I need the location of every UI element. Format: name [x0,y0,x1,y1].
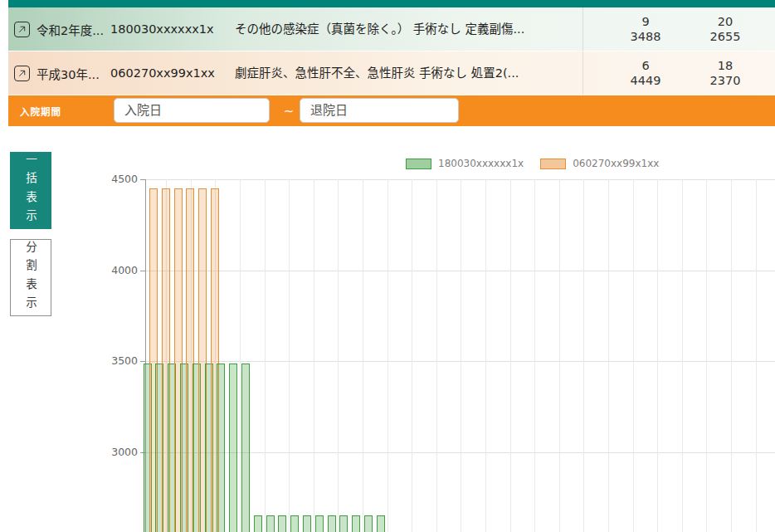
legend-label: 180030xxxxxx1x [438,158,524,169]
y-axis-tick-label: 3500 [100,354,138,367]
bar-green-day-16[interactable] [328,515,336,532]
bar-green-day-15[interactable] [315,515,324,532]
table-row-dpc-2[interactable]: 平成30年... 060270xx99x1xx 劇症肝炎、急性肝不全、急性肝炎 … [8,51,775,95]
legend-swatch-green [406,159,431,169]
v-gridline [363,179,363,532]
v-gridline [756,179,757,532]
v-gridline [412,179,412,532]
row-description: 劇症肝炎、急性肝不全、急性肝炎 手術なし 処置2(... [235,51,577,95]
h-gridline [146,361,775,362]
v-gridline [265,179,266,532]
v-gridline [240,179,241,532]
bar-green-day-10[interactable] [254,515,262,532]
h-gridline [146,452,775,453]
v-gridline [682,179,683,532]
row-dpc-code: 180030xxxxxx1x [110,7,233,51]
v-gridline [388,179,388,532]
y-axis-tick-label: 4000 [100,264,138,276]
chart-legend: 180030xxxxxx1x 060270xx99x1xx [406,158,659,169]
admission-period-label: 入院期間 [20,95,61,126]
bar-green-day-17[interactable] [339,515,348,532]
bar-green-day-14[interactable] [303,515,311,532]
bar-green-day-19[interactable] [364,515,373,532]
h-gridline [146,271,775,271]
bar-green-day-9[interactable] [241,364,250,532]
bar-green-day-7[interactable] [217,364,225,532]
bar-green-day-11[interactable] [266,515,275,532]
period2-cell: 18 2370 [684,58,767,88]
period2-points: 2655 [684,29,767,44]
discharge-date-input[interactable] [300,98,459,123]
v-gridline [289,179,290,532]
legend-label: 060270xx99x1xx [573,158,659,169]
period2-points: 2370 [684,73,767,88]
legend-item-orange: 060270xx99x1xx [540,158,659,169]
column-divider [582,51,583,95]
period2-cell: 20 2655 [684,14,767,44]
v-gridline [657,179,658,532]
legend-item-green: 180030xxxxxx1x [406,158,524,169]
admission-date-input[interactable] [114,98,270,123]
v-gridline [436,179,437,532]
y-axis-tick [140,361,145,362]
bar-green-day-20[interactable] [377,515,385,532]
y-axis-tick [140,271,145,271]
v-gridline [485,179,486,532]
legend-swatch-orange [540,159,566,169]
v-gridline [338,179,339,532]
bar-green-day-18[interactable] [352,515,360,532]
v-gridline [608,179,609,532]
bar-green-day-12[interactable] [278,515,286,532]
v-gridline [559,179,560,532]
bar-green-day-8[interactable] [229,364,237,532]
open-external-icon[interactable] [14,66,30,81]
table-row-dpc-1[interactable]: 令和2年度... 180030xxxxxx1x その他の感染症（真菌を除く。） … [8,7,775,51]
v-gridline [461,179,461,532]
v-gridline [731,179,732,532]
row-description: その他の感染症（真菌を除く。） 手術なし 定義副傷... [235,7,577,51]
row-dpc-code: 060270xx99x1xx [110,51,233,95]
v-gridline [633,179,634,532]
v-gridline [583,179,584,532]
admission-period-filter-bar: 入院期間 ~ [8,95,775,126]
bar-green-day-13[interactable] [290,515,299,532]
row-year: 平成30年... [37,51,111,95]
date-range-separator: ~ [279,95,299,126]
y-axis-tick-label: 4500 [100,173,138,185]
h-gridline [146,179,775,180]
v-gridline [706,179,707,532]
row-year: 令和2年度... [37,7,111,51]
period2-days: 18 [684,58,767,73]
y-axis-tick [140,179,145,180]
v-gridline [510,179,511,532]
v-gridline [534,179,535,532]
top-accent-bar [8,0,775,7]
open-external-icon[interactable] [14,22,30,37]
v-gridline [314,179,314,532]
y-axis-tick-label: 3000 [100,446,138,458]
batch-display-button[interactable]: 一括表示 [10,152,51,229]
column-divider [582,7,583,51]
period2-days: 20 [684,14,767,29]
split-display-button[interactable]: 分割表示 [10,239,51,316]
